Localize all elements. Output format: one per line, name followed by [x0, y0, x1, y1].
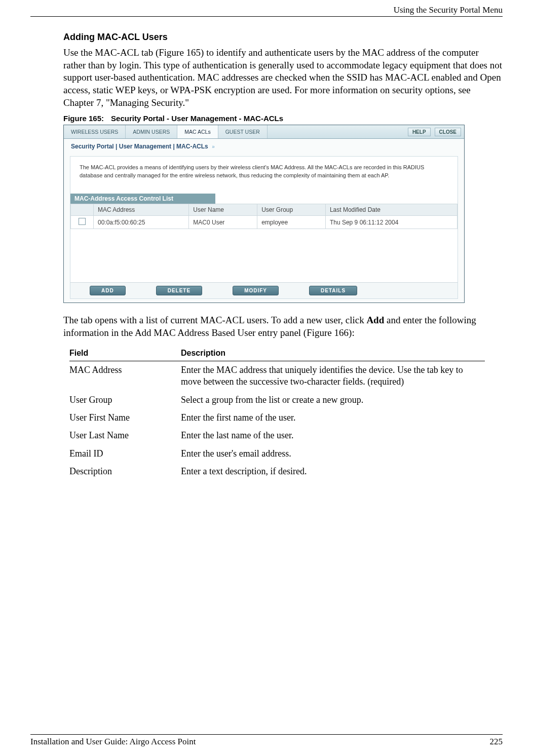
- field-name: Email ID: [69, 448, 181, 460]
- close-button[interactable]: CLOSE: [435, 128, 461, 136]
- tab-guest-user[interactable]: GUEST USER: [218, 125, 268, 138]
- field-name: MAC Address: [69, 364, 181, 388]
- field-row: User First Name Enter the first name of …: [69, 409, 485, 427]
- row-username: MAC0 User: [189, 216, 257, 229]
- row-checkbox[interactable]: [79, 218, 86, 225]
- content: Adding MAC-ACL Users Use the MAC-ACL tab…: [63, 32, 503, 481]
- button-row: ADD DELETE MODIFY DETAILS: [70, 282, 458, 298]
- page-footer: Installation and User Guide: Airgo Acces…: [30, 734, 503, 747]
- field-row: MAC Address Enter the MAC address that u…: [69, 361, 485, 391]
- field-row: User Last Name Enter the last name of th…: [69, 427, 485, 444]
- table-row: 00:0a:f5:00:60:25 MAC0 User employee Thu…: [71, 216, 458, 229]
- field-row: User Group Select a group from the list …: [69, 391, 485, 409]
- field-name: User Group: [69, 394, 181, 406]
- header-title: Using the Security Portal Menu: [394, 5, 503, 15]
- screenshot-tabbar: WIRELESS USERS ADMIN USERS MAC ACLs GUES…: [64, 125, 464, 139]
- footer-page-number: 225: [490, 737, 503, 747]
- section-heading: Adding MAC-ACL Users: [63, 32, 503, 43]
- acl-subheading: MAC-Address Access Control List: [70, 194, 215, 204]
- row-checkbox-cell: [71, 216, 94, 229]
- field-desc: Enter a text description, if desired.: [181, 466, 485, 477]
- figure-title: Security Portal - User Management - MAC-…: [111, 114, 283, 123]
- field-table: Field Description MAC Address Enter the …: [69, 349, 485, 481]
- chevron-right-icon: »: [212, 144, 215, 149]
- field-desc: Enter the MAC address that uniquely iden…: [181, 364, 485, 388]
- p2-pre: The tab opens with a list of current MAC…: [63, 315, 366, 325]
- row-date: Thu Sep 9 06:11:12 2004: [325, 216, 457, 229]
- page: Using the Security Portal Menu Adding MA…: [0, 0, 533, 756]
- screenshot-main-panel: The MAC-ACL provides a means of identify…: [70, 156, 458, 299]
- help-close-group: HELP CLOSE: [408, 125, 464, 138]
- screenshot-description: The MAC-ACL provides a means of identify…: [70, 157, 458, 186]
- field-row: Description Enter a text description, if…: [69, 463, 485, 480]
- acl-table: MAC Address User Name User Group Last Mo…: [70, 204, 458, 229]
- table-header-usergroup: User Group: [257, 204, 326, 216]
- table-header-row: MAC Address User Name User Group Last Mo…: [71, 204, 458, 216]
- field-desc: Enter the first name of the user.: [181, 412, 485, 424]
- page-header: Using the Security Portal Menu: [30, 5, 503, 17]
- field-table-header: Field Description: [69, 349, 485, 361]
- table-header-username: User Name: [189, 204, 257, 216]
- help-button[interactable]: HELP: [408, 128, 431, 136]
- table-header-mac: MAC Address: [94, 204, 189, 216]
- figure-number: Figure 165:: [63, 114, 104, 123]
- row-mac: 00:0a:f5:00:60:25: [94, 216, 189, 229]
- field-desc: Enter the last name of the user.: [181, 430, 485, 441]
- field-row: Email ID Enter the user's email address.: [69, 445, 485, 463]
- field-desc: Select a group from the list or create a…: [181, 394, 485, 406]
- field-name: User First Name: [69, 412, 181, 424]
- delete-button[interactable]: DELETE: [156, 286, 202, 295]
- details-button[interactable]: DETAILS: [309, 286, 357, 295]
- post-figure-paragraph: The tab opens with a list of current MAC…: [63, 314, 503, 339]
- field-name: User Last Name: [69, 430, 181, 441]
- field-header-field: Field: [69, 349, 181, 358]
- footer-left: Installation and User Guide: Airgo Acces…: [30, 737, 196, 747]
- table-header-date: Last Modified Date: [325, 204, 457, 216]
- intro-paragraph: Use the MAC-ACL tab (Figure 165) to iden…: [63, 47, 503, 109]
- screenshot-panel: WIRELESS USERS ADMIN USERS MAC ACLs GUES…: [63, 125, 465, 303]
- figure-caption: Figure 165:Security Portal - User Manage…: [63, 114, 503, 123]
- tab-admin-users[interactable]: ADMIN USERS: [126, 125, 177, 138]
- table-header-checkbox: [71, 204, 94, 216]
- field-name: Description: [69, 466, 181, 477]
- field-header-description: Description: [181, 349, 485, 358]
- p2-bold: Add: [366, 315, 384, 325]
- row-usergroup: employee: [257, 216, 326, 229]
- tab-wireless-users[interactable]: WIRELESS USERS: [64, 125, 126, 138]
- breadcrumb: Security Portal | User Management | MAC-…: [64, 139, 464, 154]
- field-desc: Enter the user's email address.: [181, 448, 485, 460]
- add-button[interactable]: ADD: [90, 286, 126, 295]
- tab-mac-acls[interactable]: MAC ACLs: [177, 125, 218, 138]
- modify-button[interactable]: MODIFY: [233, 286, 279, 295]
- breadcrumb-text: Security Portal | User Management | MAC-…: [71, 143, 208, 150]
